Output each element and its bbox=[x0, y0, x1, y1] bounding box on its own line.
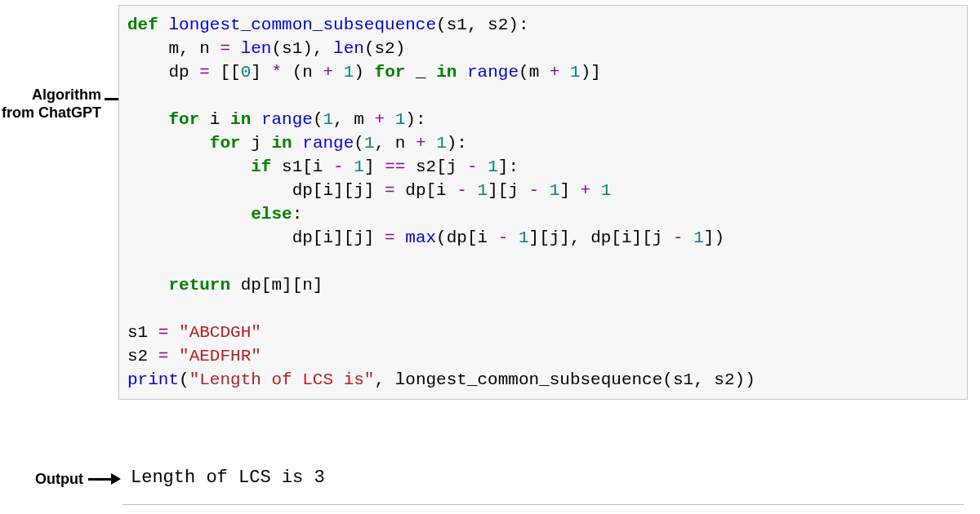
algorithm-label-line2: from ChatGPT bbox=[2, 104, 101, 121]
algorithm-label-line1: Algorithm bbox=[32, 86, 101, 103]
output-text: Length of LCS is 3 bbox=[131, 467, 325, 488]
output-label: Output bbox=[16, 471, 83, 489]
arrow-icon bbox=[88, 473, 121, 485]
code-content: def longest_common_subsequence(s1, s2): … bbox=[127, 14, 954, 392]
algorithm-label: Algorithm from ChatGPT bbox=[0, 86, 101, 122]
divider bbox=[122, 504, 964, 505]
code-block: def longest_common_subsequence(s1, s2): … bbox=[118, 5, 968, 400]
